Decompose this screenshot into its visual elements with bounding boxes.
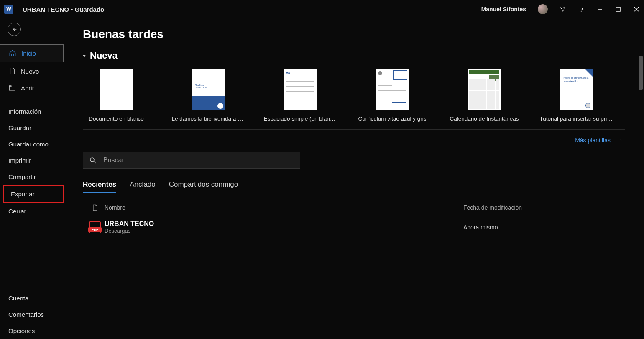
sidebar-item-label: Nuevo — [21, 68, 39, 75]
file-new-icon — [8, 67, 16, 75]
sidebar-item-cerrar[interactable]: Cerrar — [0, 203, 67, 219]
sidebar-item-label: Abrir — [21, 85, 34, 92]
scrollbar[interactable] — [638, 56, 643, 339]
template-calendar[interactable]: Calendario de Instantáneas — [451, 69, 518, 122]
sidebar-item-opciones[interactable]: Opciones — [0, 323, 67, 339]
tab-anclado[interactable]: Anclado — [130, 180, 155, 193]
template-thumb-icon: Inserte la primera tabla de contenido — [560, 69, 593, 110]
document-title: URBAN TECNO • Guardado — [23, 6, 104, 13]
sidebar-item-label: Información — [8, 108, 41, 115]
template-thumb-icon — [468, 69, 501, 110]
chevron-down-icon: ▾ — [83, 52, 86, 59]
sidebar-item-compartir[interactable]: Compartir — [0, 169, 67, 185]
back-button[interactable] — [8, 23, 21, 36]
sidebar-item-abrir[interactable]: Abrir — [0, 80, 67, 96]
table-header: Nombre Fecha de modificación — [83, 200, 625, 215]
templates-row: Documento en blanco Realizarun recorrido… — [83, 69, 625, 122]
folder-open-icon — [8, 84, 16, 92]
col-name[interactable]: Nombre — [105, 204, 463, 211]
sidebar-item-exportar[interactable]: Exportar — [3, 185, 64, 203]
titlebar: W URBAN TECNO • Guardado Manuel Sifontes… — [0, 0, 644, 18]
file-name: URBAN TECNO — [105, 220, 463, 228]
template-label: Tutorial para insertar su prim… — [540, 116, 613, 122]
scroll-thumb[interactable] — [639, 56, 643, 90]
svg-rect-1 — [616, 7, 620, 11]
tab-recientes[interactable]: Recientes — [83, 180, 116, 193]
sidebar-item-label: Compartir — [8, 173, 36, 180]
minimize-icon[interactable] — [596, 6, 603, 13]
page-greeting: Buenas tardes — [83, 28, 625, 41]
home-icon — [9, 49, 16, 57]
file-date: Ahora mismo — [463, 224, 622, 231]
col-date[interactable]: Fecha de modificación — [463, 204, 622, 211]
tab-compartidos[interactable]: Compartidos conmigo — [169, 180, 238, 193]
sidebar-item-imprimir[interactable]: Imprimir — [0, 152, 67, 169]
template-label: Currículum vitae azul y gris — [356, 116, 429, 122]
search-box[interactable] — [83, 152, 300, 169]
sidebar-item-nuevo[interactable]: Nuevo — [0, 63, 67, 80]
sidebar-item-informacion[interactable]: Información — [0, 103, 67, 120]
sidebar-item-label: Imprimir — [8, 157, 31, 164]
template-thumb-icon — [376, 69, 409, 110]
sidebar-item-label: Guardar como — [8, 141, 49, 148]
template-label: Calendario de Instantáneas — [448, 116, 521, 122]
search-icon — [89, 157, 97, 164]
template-cv[interactable]: Currículum vitae azul y gris — [359, 69, 426, 122]
section-new-toggle[interactable]: ▾ Nueva — [83, 50, 625, 61]
sidebar-item-guardar[interactable]: Guardar — [0, 120, 67, 136]
sidebar-item-label: Comentarios — [8, 311, 44, 318]
svg-point-5 — [90, 158, 94, 162]
template-welcome[interactable]: Realizarun recorrido→ Le damos la bienve… — [175, 69, 242, 122]
svg-line-6 — [94, 161, 96, 163]
sidebar-item-label: Opciones — [8, 327, 35, 334]
section-title: Nueva — [90, 50, 118, 61]
content-area: Buenas tardes ▾ Nueva Documento en blanc… — [67, 18, 644, 339]
template-thumb-icon: Aa — [284, 69, 317, 110]
close-icon[interactable] — [633, 6, 640, 13]
sidebar-item-inicio[interactable]: Inicio — [0, 44, 64, 62]
arrow-right-icon[interactable]: → — [616, 136, 623, 144]
sidebar-item-comentarios[interactable]: Comentarios — [0, 306, 67, 323]
user-name[interactable]: Manuel Sifontes — [481, 6, 526, 13]
search-input[interactable] — [103, 157, 294, 164]
sidebar-item-label: Cerrar — [8, 208, 26, 215]
file-path: Descargas — [105, 228, 463, 234]
user-avatar-icon[interactable] — [538, 4, 548, 14]
help-icon[interactable]: ? — [578, 6, 585, 13]
template-label: Le damos la bienvenida a W… — [172, 116, 245, 122]
template-blank[interactable]: Documento en blanco — [83, 69, 150, 122]
sidebar-item-label: Exportar — [11, 190, 35, 198]
sidebar: Inicio Nuevo Abrir Información Guardar G… — [0, 18, 67, 339]
pdf-icon: PDF — [89, 221, 101, 233]
file-row[interactable]: PDF URBAN TECNO Descargas Ahora mismo — [83, 215, 625, 239]
sidebar-item-label: Inicio — [21, 50, 36, 57]
maximize-icon[interactable] — [615, 6, 621, 13]
template-toc[interactable]: Inserte la primera tabla de contenido Tu… — [543, 69, 610, 122]
recent-tabs: Recientes Anclado Compartidos conmigo — [83, 180, 625, 193]
more-templates-link[interactable]: Más plantillas — [575, 137, 611, 144]
sidebar-item-cuenta[interactable]: Cuenta — [0, 290, 67, 306]
template-label: Documento en blanco — [80, 116, 153, 122]
divider — [83, 129, 625, 130]
template-single-space[interactable]: Aa Espaciado simple (en blanco) — [267, 69, 334, 122]
template-label: Espaciado simple (en blanco) — [264, 116, 337, 122]
template-thumb-icon: Realizarun recorrido→ — [192, 69, 225, 110]
sidebar-item-label: Cuenta — [8, 295, 28, 302]
accessibility-icon[interactable] — [560, 6, 566, 13]
nav-divider — [8, 100, 59, 100]
sidebar-item-guardar-como[interactable]: Guardar como — [0, 136, 67, 152]
word-app-icon: W — [4, 5, 13, 14]
sidebar-item-label: Guardar — [8, 124, 31, 131]
template-thumb-icon — [100, 69, 133, 110]
file-generic-icon — [85, 204, 105, 211]
